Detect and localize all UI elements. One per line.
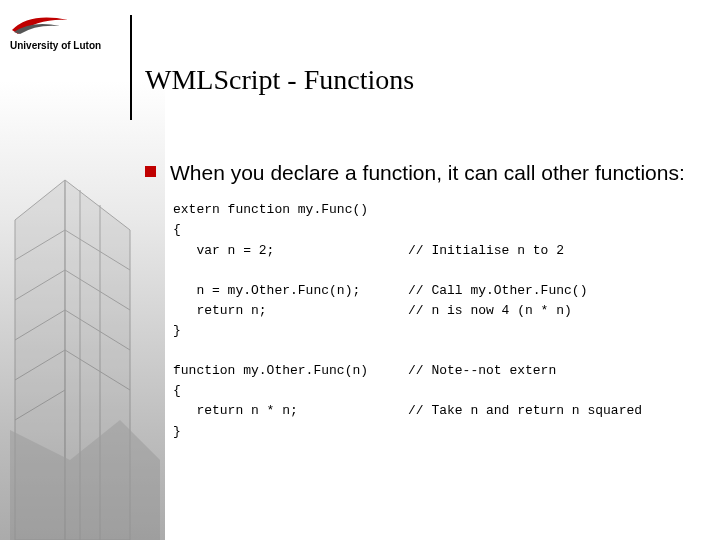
bullet-square-icon — [145, 166, 156, 177]
bullet-text: When you declare a function, it can call… — [170, 160, 685, 186]
background-building-silhouette — [10, 120, 160, 540]
code-blank-line — [173, 341, 695, 361]
code-line: } — [173, 422, 695, 442]
code-line: return n;// n is now 4 (n * n) — [173, 301, 695, 321]
code-text: { — [173, 381, 408, 401]
code-line: function my.Other.Func(n)// Note--not ex… — [173, 361, 695, 381]
code-line: } — [173, 321, 695, 341]
code-line: { — [173, 381, 695, 401]
university-logo: University of Luton — [10, 14, 101, 51]
slide-title: WMLScript - Functions — [145, 64, 414, 96]
code-text: } — [173, 422, 408, 442]
code-text: } — [173, 321, 408, 341]
title-divider — [130, 15, 132, 120]
code-line: return n * n;// Take n and return n squa… — [173, 401, 695, 421]
code-text: function my.Other.Func(n) — [173, 361, 408, 381]
code-text: return n; — [173, 301, 408, 321]
code-blank-line — [173, 261, 695, 281]
bullet-item: When you declare a function, it can call… — [145, 160, 695, 186]
code-line: { — [173, 220, 695, 240]
code-line: n = my.Other.Func(n);// Call my.Other.Fu… — [173, 281, 695, 301]
code-line: extern function my.Func() — [173, 200, 695, 220]
code-line: var n = 2;// Initialise n to 2 — [173, 241, 695, 261]
code-text: { — [173, 220, 408, 240]
code-comment: // n is now 4 (n * n) — [408, 301, 695, 321]
code-text: return n * n; — [173, 401, 408, 421]
code-text: extern function my.Func() — [173, 200, 408, 220]
logo-text: University of Luton — [10, 40, 101, 51]
code-text: var n = 2; — [173, 241, 408, 261]
code-comment: // Note--not extern — [408, 361, 695, 381]
code-comment: // Take n and return n squared — [408, 401, 695, 421]
code-block: extern function my.Func(){ var n = 2;// … — [173, 200, 695, 441]
code-comment: // Initialise n to 2 — [408, 241, 695, 261]
slide-body: When you declare a function, it can call… — [145, 160, 695, 442]
code-comment: // Call my.Other.Func() — [408, 281, 695, 301]
logo-swoosh-icon — [10, 14, 70, 36]
code-text: n = my.Other.Func(n); — [173, 281, 408, 301]
